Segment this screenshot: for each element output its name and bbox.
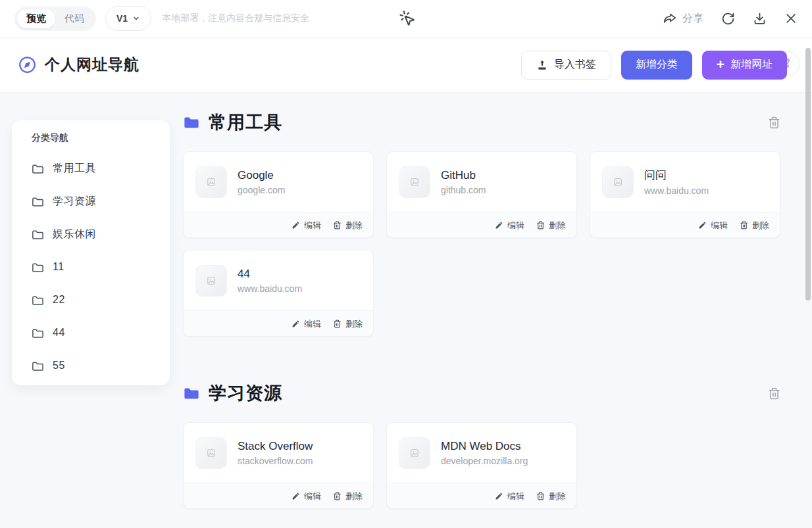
sidebar-item-11[interactable]: 11 [12, 251, 170, 283]
add-site-button[interactable]: + 新增网址 [702, 51, 787, 80]
bookmark-title: MDN Web Docs [441, 440, 528, 453]
bookmark-title: Google [238, 169, 285, 182]
page-title: 个人网址导航 [45, 55, 140, 75]
share-button[interactable]: 分享 [663, 11, 703, 26]
card-text: 44 www.baidu.com [238, 268, 302, 294]
bookmark-url: www.baidu.com [644, 185, 709, 196]
edit-label: 编辑 [507, 491, 524, 502]
tab-code[interactable]: 代码 [55, 9, 93, 28]
folder-icon [32, 327, 44, 339]
bookmark-url: www.baidu.com [238, 283, 302, 294]
cursor-click-icon[interactable] [399, 10, 416, 30]
card-footer: 编辑 删除 [184, 310, 373, 337]
sidebar-item-55[interactable]: 55 [12, 349, 170, 382]
version-label: V1 [116, 13, 128, 24]
sidebar-item-label: 常用工具 [53, 162, 96, 176]
card-footer: 编辑 删除 [184, 212, 373, 238]
delete-label: 删除 [345, 318, 363, 330]
chevron-down-icon [132, 14, 140, 22]
favicon-placeholder [195, 437, 227, 469]
sidebar-list: 常用工具 学习资源 娱乐休闲 11 22 44 [12, 152, 170, 382]
delete-label: 删除 [549, 491, 566, 502]
edit-button[interactable]: 编辑 [495, 220, 524, 231]
add-category-button[interactable]: 新增分类 [621, 51, 692, 80]
sidebar-item-label: 55 [53, 360, 65, 372]
top-toolbar: 预览 代码 V1 本地部署，注意内容合规与信息安全 分享 [0, 0, 812, 37]
bookmark-title: Stack Overflow [238, 440, 313, 453]
sidebar-item-changyonggongju[interactable]: 常用工具 [12, 152, 170, 185]
card-body: GitHub github.com [387, 152, 576, 212]
section-header-changyonggongju: 常用工具 [183, 108, 780, 137]
version-dropdown[interactable]: V1 [105, 6, 151, 31]
scrollbar[interactable] [805, 48, 811, 300]
sidebar-item-xuexiziyuan[interactable]: 学习资源 [12, 185, 170, 218]
delete-button[interactable]: 删除 [740, 220, 769, 231]
card-body: MDN Web Docs developer.mozilla.org [387, 423, 576, 483]
sidebar-item-label: 11 [53, 261, 64, 273]
edit-label: 编辑 [304, 491, 321, 502]
bookmark-url: developer.mozilla.org [441, 456, 528, 466]
bookmark-card-google[interactable]: Google google.com 编辑 删除 [183, 151, 374, 238]
bookmark-url: stackoverflow.com [238, 456, 313, 466]
bookmark-url: github.com [441, 185, 486, 195]
edit-label: 编辑 [711, 220, 728, 231]
edit-label: 编辑 [304, 220, 321, 231]
card-body: 44 www.baidu.com [184, 251, 373, 310]
bookmark-title: GitHub [441, 169, 486, 182]
refresh-button[interactable] [721, 12, 735, 26]
bookmark-title: 44 [238, 268, 302, 281]
card-text: Google google.com [238, 169, 285, 195]
category-sidebar: 分类导航 常用工具 学习资源 娱乐休闲 11 22 [12, 120, 170, 385]
card-footer: 编辑 删除 [387, 483, 576, 509]
delete-category-icon[interactable] [768, 387, 780, 400]
delete-button[interactable]: 删除 [536, 491, 566, 502]
card-grid: Stack Overflow stackoverflow.com 编辑 删除 [183, 422, 780, 509]
card-body: Google google.com [184, 152, 373, 212]
download-button[interactable] [753, 12, 767, 26]
folder-icon [32, 195, 44, 208]
folder-filled-icon [183, 114, 200, 131]
view-tab-group: 预览 代码 [14, 7, 96, 31]
card-text: GitHub github.com [441, 169, 486, 195]
add-site-label: 新增网址 [730, 58, 773, 72]
main-panel: 常用工具 Google google.com [183, 93, 780, 509]
bookmark-card-github[interactable]: GitHub github.com 编辑 删除 [386, 151, 577, 238]
compass-logo-icon [18, 56, 36, 74]
import-bookmarks-button[interactable]: 导入书签 [521, 51, 611, 80]
folder-icon [32, 360, 44, 372]
bookmark-title: 问问 [644, 168, 709, 183]
close-icon[interactable] [784, 12, 798, 25]
sidebar-item-44[interactable]: 44 [12, 316, 170, 349]
sidebar-item-label: 44 [53, 327, 65, 339]
sidebar-item-yulexiuxian[interactable]: 娱乐休闲 [12, 218, 170, 251]
folder-icon [32, 228, 44, 241]
favicon-placeholder [195, 166, 227, 198]
bookmark-card-44[interactable]: 44 www.baidu.com 编辑 删除 [183, 250, 374, 337]
header-actions: AI 生成 导入书签 新增分类 + 新增网址 [521, 51, 787, 80]
edit-button[interactable]: 编辑 [698, 220, 728, 231]
delete-button[interactable]: 删除 [536, 220, 566, 231]
edit-button[interactable]: 编辑 [292, 491, 321, 502]
edit-button[interactable]: 编辑 [495, 491, 524, 502]
section-title: 常用工具 [209, 110, 282, 134]
folder-icon [32, 261, 44, 274]
bookmark-card-mdn[interactable]: MDN Web Docs developer.mozilla.org 编辑 删除 [386, 422, 577, 509]
edit-button[interactable]: 编辑 [292, 220, 321, 231]
edit-button[interactable]: 编辑 [292, 318, 321, 330]
section-title: 学习资源 [209, 381, 282, 405]
card-footer: 编辑 删除 [184, 483, 373, 509]
delete-button[interactable]: 删除 [333, 491, 363, 502]
favicon-placeholder [399, 437, 430, 469]
delete-label: 删除 [549, 220, 566, 231]
sidebar-item-22[interactable]: 22 [12, 283, 170, 316]
delete-label: 删除 [345, 220, 363, 231]
bookmark-card-stackoverflow[interactable]: Stack Overflow stackoverflow.com 编辑 删除 [183, 422, 374, 509]
import-bookmarks-label: 导入书签 [554, 58, 596, 72]
add-category-label: 新增分类 [636, 58, 678, 72]
delete-button[interactable]: 删除 [333, 220, 363, 231]
tab-preview[interactable]: 预览 [17, 9, 55, 28]
bookmark-card-wenwen[interactable]: 问问 www.baidu.com 编辑 删除 [590, 151, 780, 238]
delete-category-icon[interactable] [768, 116, 780, 129]
delete-button[interactable]: 删除 [333, 318, 363, 330]
sidebar-item-label: 22 [53, 294, 65, 306]
